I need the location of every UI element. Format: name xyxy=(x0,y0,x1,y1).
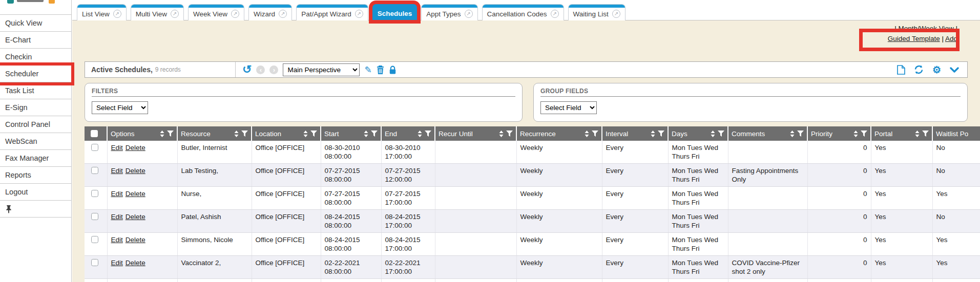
col-header-recurrence[interactable]: Recurrence xyxy=(516,126,602,141)
sort-icon[interactable] xyxy=(364,131,368,137)
open-new-icon[interactable]: ↗ xyxy=(355,10,363,18)
delete-link[interactable]: Delete xyxy=(126,144,145,151)
delete-link[interactable]: Delete xyxy=(126,190,145,198)
sidebar-item-scheduler[interactable]: Scheduler xyxy=(0,66,71,82)
col-header-recur_until[interactable]: Recur Until xyxy=(435,126,516,141)
open-new-icon[interactable]: ↗ xyxy=(465,10,473,18)
sort-icon[interactable] xyxy=(499,131,504,137)
open-new-icon[interactable]: ↗ xyxy=(612,10,620,18)
undo-icon[interactable]: ↺ xyxy=(242,64,252,75)
filter-funnel-icon[interactable] xyxy=(592,131,598,137)
delete-link[interactable]: Delete xyxy=(126,213,145,221)
sidebar-item-fax-manager[interactable]: Fax Manager xyxy=(0,150,71,167)
tab-schedules[interactable]: Schedules xyxy=(372,4,418,20)
edit-pencil-icon[interactable]: ✎ xyxy=(364,66,371,74)
col-header-days[interactable]: Days xyxy=(668,126,728,141)
trash-icon[interactable] xyxy=(377,66,384,74)
tab-week-view[interactable]: Week View↗ xyxy=(188,4,244,20)
row-checkbox[interactable] xyxy=(91,190,98,197)
open-new-icon[interactable]: ↗ xyxy=(231,10,239,18)
sidebar-item-e-sign[interactable]: E-Sign xyxy=(0,99,71,116)
tab-cancellation-codes[interactable]: Cancellation Codes↗ xyxy=(482,4,564,20)
sort-icon[interactable] xyxy=(711,131,715,137)
filter-funnel-icon[interactable] xyxy=(922,131,929,137)
col-header-comments[interactable]: Comments xyxy=(728,126,807,141)
col-header-options[interactable]: Options xyxy=(107,126,177,141)
new-document-icon[interactable] xyxy=(897,65,905,75)
filter-funnel-icon[interactable] xyxy=(658,131,664,137)
delete-link[interactable]: Delete xyxy=(126,167,145,175)
chevron-down-icon[interactable] xyxy=(950,67,959,73)
sort-icon[interactable] xyxy=(303,131,308,137)
row-checkbox[interactable] xyxy=(91,236,98,243)
row-checkbox[interactable] xyxy=(91,167,98,174)
sort-icon[interactable] xyxy=(915,131,920,137)
filter-funnel-icon[interactable] xyxy=(310,131,317,137)
col-header-resource[interactable]: Resource xyxy=(177,126,252,141)
col-header-start[interactable]: Start xyxy=(321,126,381,141)
tab-wizard[interactable]: Wizard↗ xyxy=(248,4,292,20)
sort-icon[interactable] xyxy=(790,131,795,137)
filter-funnel-icon[interactable] xyxy=(425,131,431,137)
sort-icon[interactable] xyxy=(853,131,858,137)
sort-icon[interactable] xyxy=(418,131,422,137)
edit-link[interactable]: Edit xyxy=(111,167,123,175)
sidebar-item-reports[interactable]: Reports xyxy=(0,167,71,184)
filter-funnel-icon[interactable] xyxy=(506,131,513,137)
sidebar-item-logout[interactable]: Logout xyxy=(0,184,71,201)
sort-icon[interactable] xyxy=(234,131,239,137)
next-icon[interactable]: › xyxy=(269,66,278,74)
sidebar-item-control-panel[interactable]: Control Panel xyxy=(0,116,71,133)
perspective-select[interactable]: Main Perspective xyxy=(283,63,360,76)
row-checkbox[interactable] xyxy=(91,259,98,266)
row-checkbox[interactable] xyxy=(91,213,98,220)
col-header-portal[interactable]: Portal xyxy=(871,126,932,141)
edit-link[interactable]: Edit xyxy=(111,190,123,198)
open-new-icon[interactable]: ↗ xyxy=(113,10,121,18)
delete-link[interactable]: Delete xyxy=(126,236,145,244)
pin-sidebar-button[interactable] xyxy=(0,201,71,218)
group-fields-select-field[interactable]: Select Field xyxy=(540,101,597,114)
tab-appt-types[interactable]: Appt Types↗ xyxy=(421,4,477,20)
sidebar-item-task-list[interactable]: Task List xyxy=(0,82,71,99)
month-week-view-link[interactable]: Month/Week View xyxy=(898,25,953,32)
col-header-interval[interactable]: Interval xyxy=(602,126,668,141)
col-header-select[interactable] xyxy=(85,126,107,141)
open-new-icon[interactable]: ↗ xyxy=(551,10,559,18)
tab-pat-appt-wizard[interactable]: Pat/Appt Wizard↗ xyxy=(296,4,368,20)
edit-link[interactable]: Edit xyxy=(111,144,123,151)
sidebar-item-webscan[interactable]: WebScan xyxy=(0,133,71,150)
filter-funnel-icon[interactable] xyxy=(797,131,804,137)
sidebar-item-checkin[interactable]: Checkin xyxy=(0,49,71,66)
filter-funnel-icon[interactable] xyxy=(371,131,378,137)
filter-funnel-icon[interactable] xyxy=(718,131,724,137)
tab-waiting-list[interactable]: Waiting List↗ xyxy=(568,4,625,20)
lock-icon[interactable] xyxy=(389,66,397,74)
prev-icon[interactable]: ‹ xyxy=(256,66,265,74)
tab-multi-view[interactable]: Multi View↗ xyxy=(131,4,184,20)
col-header-waitlist_portal[interactable]: Waitlist Po xyxy=(932,126,980,141)
edit-link[interactable]: Edit xyxy=(111,259,123,267)
sidebar-item-e-chart[interactable]: E-Chart xyxy=(0,32,71,49)
open-new-icon[interactable]: ↗ xyxy=(171,10,179,18)
filter-funnel-icon[interactable] xyxy=(167,131,174,137)
gear-icon[interactable]: ⚙ xyxy=(932,65,941,75)
filters-select-field[interactable]: Select Field xyxy=(92,101,148,114)
refresh-icon[interactable] xyxy=(914,65,924,74)
edit-link[interactable]: Edit xyxy=(111,236,123,244)
add-link[interactable]: Add xyxy=(945,35,957,42)
row-checkbox[interactable] xyxy=(91,144,98,151)
select-all-checkbox[interactable] xyxy=(91,130,98,137)
sort-icon[interactable] xyxy=(585,131,589,137)
delete-link[interactable]: Delete xyxy=(126,259,145,267)
tab-list-view[interactable]: List View↗ xyxy=(77,4,127,20)
sort-icon[interactable] xyxy=(651,131,655,137)
filter-funnel-icon[interactable] xyxy=(241,131,248,137)
sidebar-item-quick-view[interactable]: Quick View xyxy=(0,15,71,32)
col-header-end[interactable]: End xyxy=(381,126,435,141)
filter-funnel-icon[interactable] xyxy=(861,131,867,137)
col-header-priority[interactable]: Priority xyxy=(807,126,871,141)
edit-link[interactable]: Edit xyxy=(111,213,123,221)
open-new-icon[interactable]: ↗ xyxy=(279,10,287,18)
sort-icon[interactable] xyxy=(160,131,164,137)
